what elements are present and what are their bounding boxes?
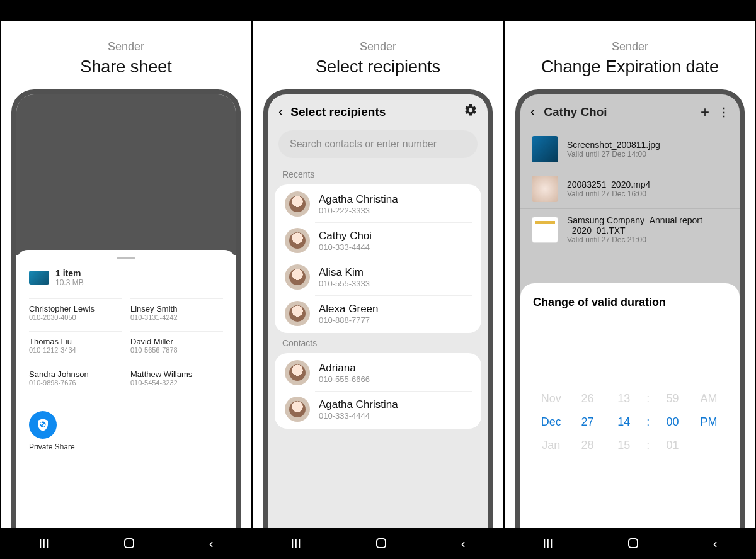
search-input[interactable]: Search contacts or enter number (278, 130, 478, 158)
file-row[interactable]: 20083251_2020.mp4Valid until 27 Dec 16:0… (520, 169, 740, 209)
picker-row-next[interactable]: Jan28 15:01 (533, 439, 727, 452)
panel-subtitle: Sender (260, 40, 496, 54)
screen-title: Cathy Choi (544, 105, 692, 119)
recents-nav-icon[interactable]: III (38, 536, 49, 551)
svg-point-0 (40, 422, 46, 427)
panel-title: Change Expiration date (512, 57, 748, 77)
list-item[interactable]: Agatha Christina010-222-3333 (275, 186, 481, 222)
avatar (285, 397, 310, 422)
avatar (285, 301, 310, 326)
recents-list: Agatha Christina010-222-3333 Cathy Choi0… (275, 184, 481, 333)
divider (16, 402, 236, 402)
phone-frame: ‹ Cathy Choi + ⋮ Screenshot_200811.jpgVa… (515, 89, 745, 559)
list-item[interactable]: Alisa Kim010-555-3333 (275, 259, 481, 295)
top-bar (1, 0, 251, 21)
picker-row-prev[interactable]: Nov26 13:59AM (533, 392, 727, 405)
screen-header: ‹ Cathy Choi + ⋮ (520, 94, 740, 130)
phone-frame: 1 item 10.3 MB Christopher Lewis010-2030… (11, 89, 241, 559)
recents-nav-icon[interactable]: III (542, 536, 553, 551)
panel-header: Sender Select recipients (253, 21, 503, 89)
contact-cell[interactable]: Matthew Willams010-5454-3232 (130, 364, 223, 392)
file-list: Screenshot_200811.jpgValid until 27 Dec … (520, 130, 740, 251)
shield-share-icon (29, 411, 57, 439)
nav-bar: III ‹ (505, 528, 755, 559)
back-icon[interactable]: ‹ (530, 104, 535, 120)
avatar (285, 228, 310, 253)
phone-frame: ‹ Select recipients Search contacts or e… (263, 89, 493, 559)
gear-icon[interactable] (464, 103, 478, 120)
file-thumb-icon (532, 136, 558, 162)
nav-bar: III ‹ (253, 528, 503, 559)
avatar (285, 191, 310, 217)
drag-handle[interactable] (117, 257, 135, 259)
recents-nav-icon[interactable]: III (290, 536, 301, 551)
panel-subtitle: Sender (512, 40, 748, 54)
top-bar (505, 0, 755, 21)
back-nav-icon[interactable]: ‹ (461, 536, 466, 551)
list-item[interactable]: Agatha Christina010-333-4444 (275, 391, 481, 427)
recents-label: Recents (268, 164, 488, 184)
contact-cell[interactable]: Linsey Smith010-3131-4242 (130, 298, 223, 326)
sheet-title: Change of valid duration (533, 296, 727, 309)
panel-header: Sender Change Expiration date (505, 21, 755, 89)
picker-row-selected[interactable]: Dec27 14:00PM (533, 415, 727, 429)
status-dark-area (16, 94, 236, 255)
private-share-button[interactable]: Private Share (29, 411, 223, 456)
datetime-picker[interactable]: Nov26 13:59AM Dec27 14:00PM Jan28 15:01 (533, 325, 727, 519)
contacts-label: Contacts (268, 333, 488, 353)
list-item[interactable]: Alexa Green010-888-7777 (275, 295, 481, 332)
screen-header: ‹ Select recipients (268, 94, 488, 129)
home-nav-icon[interactable] (124, 538, 134, 548)
file-row[interactable]: Samsung Company_Annual report _2020_01.T… (520, 209, 740, 251)
file-row[interactable]: Screenshot_200811.jpgValid until 27 Dec … (520, 130, 740, 169)
avatar (285, 264, 310, 290)
back-nav-icon[interactable]: ‹ (713, 536, 718, 551)
panel-change-expiration: Sender Change Expiration date ‹ Cathy Ch… (505, 0, 755, 559)
avatar (285, 360, 310, 385)
item-count: 1 item (55, 268, 84, 278)
contact-cell[interactable]: David Miller010-5656-7878 (130, 331, 223, 359)
file-thumb-icon (532, 176, 558, 202)
contact-cell[interactable]: Thomas Liu010-1212-3434 (29, 331, 122, 359)
file-thumbnail-icon (29, 271, 49, 285)
contact-cell[interactable]: Sandra Johnson010-9898-7676 (29, 364, 122, 392)
top-bar (253, 0, 503, 21)
more-icon[interactable]: ⋮ (718, 105, 730, 119)
private-share-label: Private Share (29, 443, 75, 451)
panel-title: Share sheet (8, 57, 244, 77)
home-nav-icon[interactable] (628, 538, 638, 548)
duration-bottom-sheet: Change of valid duration Nov26 13:59AM D… (520, 283, 740, 559)
list-item[interactable]: Adriana010-555-6666 (275, 354, 481, 391)
item-size: 10.3 MB (55, 278, 84, 287)
contacts-list: Adriana010-555-6666 Agatha Christina010-… (275, 353, 481, 429)
add-icon[interactable]: + (701, 103, 709, 121)
list-item[interactable]: Cathy Choi010-333-4444 (275, 222, 481, 259)
item-summary: 1 item 10.3 MB (29, 268, 223, 287)
panel-title: Select recipients (260, 57, 496, 77)
panel-header: Sender Share sheet (1, 21, 251, 89)
file-thumb-icon (532, 217, 558, 243)
share-sheet: 1 item 10.3 MB Christopher Lewis010-2030… (16, 250, 236, 559)
contact-cell[interactable]: Christopher Lewis010-2030-4050 (29, 298, 122, 326)
home-nav-icon[interactable] (376, 538, 386, 548)
back-icon[interactable]: ‹ (278, 104, 283, 120)
screen-title: Select recipients (290, 105, 456, 119)
quick-contacts: Christopher Lewis010-2030-4050 Linsey Sm… (29, 298, 223, 392)
nav-bar: III ‹ (1, 528, 251, 559)
panel-subtitle: Sender (8, 40, 244, 54)
back-nav-icon[interactable]: ‹ (209, 536, 214, 551)
panel-share-sheet: Sender Share sheet 1 item 10.3 MB Christ… (1, 0, 251, 559)
panel-select-recipients: Sender Select recipients ‹ Select recipi… (253, 0, 503, 559)
